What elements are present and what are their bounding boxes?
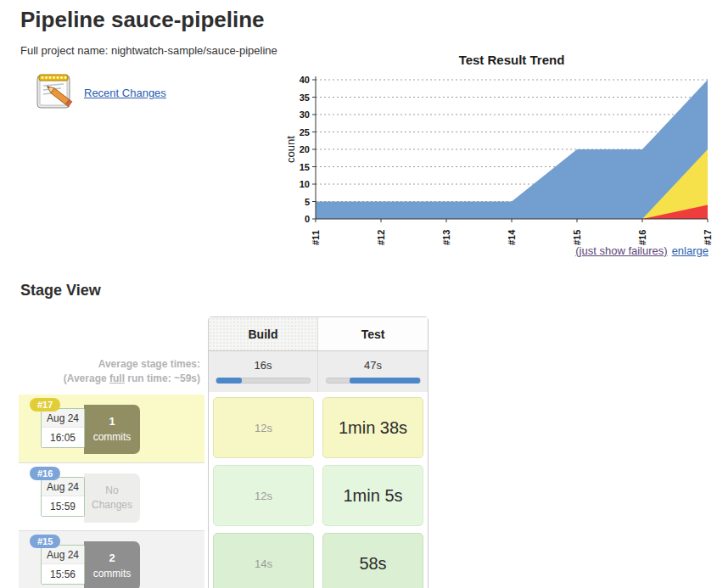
stage-cell-test[interactable]: 58s xyxy=(322,533,423,588)
svg-text:5: 5 xyxy=(305,197,310,207)
stage-header-row: BuildTest xyxy=(209,317,428,351)
build-time: 16:05 xyxy=(42,428,84,447)
test-result-trend-chart[interactable]: 0510152025303540#11#12#13#14#15#16#17cou… xyxy=(285,71,715,249)
stage-cell-slot: 12s xyxy=(209,462,318,529)
svg-text:#16: #16 xyxy=(637,230,647,245)
enlarge-link[interactable]: enlarge xyxy=(672,244,709,257)
stage-cell-build[interactable]: 12s xyxy=(213,397,314,458)
svg-text:0: 0 xyxy=(305,214,310,224)
svg-text:#12: #12 xyxy=(376,230,386,245)
svg-text:40: 40 xyxy=(300,75,310,85)
svg-text:10: 10 xyxy=(300,179,310,189)
stage-cell-build[interactable]: 14s xyxy=(213,533,314,588)
stage-cell-slot: 58s xyxy=(318,529,428,588)
changes-line2: commits xyxy=(93,567,132,581)
chart-title: Test Result Trend xyxy=(316,53,708,67)
svg-text:#15: #15 xyxy=(572,230,582,245)
commits-box[interactable]: 2commits xyxy=(84,541,140,588)
stage-duration: 14s xyxy=(255,557,272,570)
average-stage-times-label: Average stage times: (Average full run t… xyxy=(19,350,204,391)
stage-cell-slot: 1min 5s xyxy=(318,462,428,529)
stage-cell-slot: 1min 38s xyxy=(318,394,428,462)
page-title: Pipeline sauce-pipeline xyxy=(20,7,265,33)
changes-line1: 1 xyxy=(109,414,115,430)
stage-cell-test[interactable]: 1min 38s xyxy=(322,397,423,458)
build-date-link[interactable]: Aug 2415:59 xyxy=(41,477,85,517)
stage-cell-slot: 14s xyxy=(209,529,318,588)
average-duration-bar xyxy=(326,378,421,384)
svg-text:30: 30 xyxy=(300,109,310,120)
build-date: Aug 24 xyxy=(42,409,84,428)
stage-cells: 12s1min 38s12s1min 5s14s58s xyxy=(209,392,428,588)
commits-box[interactable]: 1commits xyxy=(84,405,140,454)
build-name-column: Average stage times: (Average full run t… xyxy=(19,316,204,588)
changes-line2: Changes xyxy=(92,498,132,512)
svg-text:#13: #13 xyxy=(441,230,451,245)
svg-text:25: 25 xyxy=(300,127,310,137)
stage-duration: 12s xyxy=(255,490,272,502)
svg-text:#11: #11 xyxy=(311,230,321,245)
build-badge[interactable]: #15 xyxy=(30,535,60,548)
build-date-link[interactable]: Aug 2416:05 xyxy=(41,408,85,448)
build-date: Aug 24 xyxy=(42,546,84,564)
average-times-row: 16s47s xyxy=(209,351,428,392)
build-row-15: #15Aug 2415:562commits xyxy=(19,530,204,588)
average-duration: 47s xyxy=(364,359,382,372)
average-cell-build: 16s xyxy=(209,351,318,392)
build-time: 15:59 xyxy=(42,496,84,516)
svg-text:#17: #17 xyxy=(703,230,713,245)
average-duration-bar-fill xyxy=(350,378,420,384)
stage-duration: 1min 38s xyxy=(339,418,407,438)
full-project-name: Full project name: nightwatch-sample/sau… xyxy=(20,44,277,57)
build-badge[interactable]: #17 xyxy=(30,398,60,412)
pipeline-project-page: Pipeline sauce-pipeline Full project nam… xyxy=(0,0,717,588)
build-date-link[interactable]: Aug 2415:56 xyxy=(41,545,85,585)
svg-text:20: 20 xyxy=(300,144,310,154)
stage-duration: 58s xyxy=(359,554,386,574)
column-header-build: Build xyxy=(209,317,318,350)
stage-cell-build[interactable]: 12s xyxy=(213,465,314,526)
svg-text:#14: #14 xyxy=(507,229,517,245)
build-time: 15:56 xyxy=(42,564,84,584)
stage-duration: 12s xyxy=(255,422,272,434)
average-duration: 16s xyxy=(255,359,272,372)
average-duration-bar xyxy=(216,378,311,384)
notepad-pencil-icon xyxy=(32,71,76,114)
header-spacer xyxy=(19,316,204,350)
stage-table: BuildTest 16s47s 12s1min 38s12s1min 5s14… xyxy=(208,316,429,588)
changes-line2: commits xyxy=(93,430,132,445)
no-changes-box: NoChanges xyxy=(84,473,140,523)
build-row-17: #17Aug 2416:051commits xyxy=(19,395,204,462)
average-cell-test: 47s xyxy=(318,351,428,392)
column-header-test: Test xyxy=(318,317,428,350)
stage-view-title: Stage View xyxy=(20,282,101,300)
recent-changes-link[interactable]: Recent Changes xyxy=(84,87,166,99)
changes-line1: 2 xyxy=(109,551,115,567)
stage-cell-row: 12s1min 38s xyxy=(209,394,428,462)
svg-text:35: 35 xyxy=(300,92,310,103)
avg-label-line1: Average stage times: xyxy=(98,358,200,370)
test-result-trend: Test Result Trend 0510152025303540#11#12… xyxy=(285,53,715,265)
stage-cell-slot: 12s xyxy=(209,394,318,462)
svg-text:15: 15 xyxy=(300,162,310,172)
full-run-time-link[interactable]: full xyxy=(109,372,125,384)
just-show-failures-link[interactable]: (just show failures) xyxy=(575,244,667,257)
stage-cell-test[interactable]: 1min 5s xyxy=(322,465,423,526)
changes-line1: No xyxy=(105,484,118,498)
recent-changes: Recent Changes xyxy=(32,71,166,114)
build-date: Aug 24 xyxy=(42,478,84,496)
stage-duration: 1min 5s xyxy=(343,486,402,506)
y-axis-label: count xyxy=(285,136,297,163)
stage-cell-row: 12s1min 5s xyxy=(209,462,428,529)
build-row-16: #16Aug 2415:59NoChanges xyxy=(19,462,204,530)
average-duration-bar-fill xyxy=(216,378,242,384)
stage-cell-row: 14s58s xyxy=(209,529,428,588)
build-badge[interactable]: #16 xyxy=(30,467,60,480)
